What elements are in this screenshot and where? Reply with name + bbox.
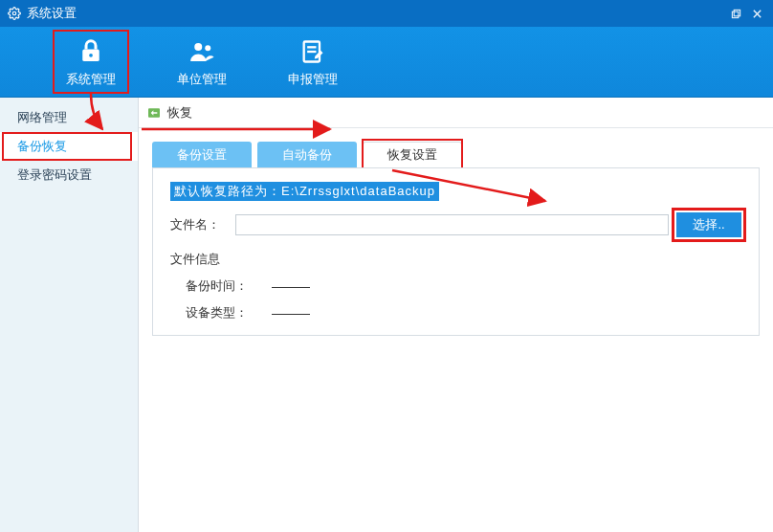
sidebar: 网络管理 备份恢复 登录密码设置 bbox=[0, 98, 139, 532]
sidebar-item-backup-restore[interactable]: 备份恢复 bbox=[0, 132, 138, 161]
form-edit-icon bbox=[298, 36, 328, 67]
toolbar-item-organization[interactable]: 单位管理 bbox=[164, 27, 240, 97]
backup-time-value bbox=[272, 287, 310, 288]
toolbar-item-label: 系统管理 bbox=[66, 71, 116, 88]
svg-point-8 bbox=[205, 45, 210, 51]
gear-icon bbox=[8, 7, 21, 20]
toolbar-item-label: 单位管理 bbox=[177, 71, 227, 88]
file-name-label: 文件名： bbox=[170, 216, 228, 233]
sidebar-item-password[interactable]: 登录密码设置 bbox=[0, 161, 138, 189]
tab-label: 自动备份 bbox=[282, 146, 332, 164]
restore-icon bbox=[146, 105, 162, 121]
close-window-button[interactable] bbox=[746, 4, 767, 23]
content-area: 恢复 备份设置 自动备份 恢复设置 默认恢复路径为：E:\Zrrssglxt\d… bbox=[139, 98, 773, 532]
tab-backup-settings[interactable]: 备份设置 bbox=[152, 142, 252, 168]
main-toolbar: 系统管理 单位管理 申报管理 bbox=[0, 27, 773, 98]
tab-auto-backup[interactable]: 自动备份 bbox=[257, 142, 357, 168]
sidebar-item-network[interactable]: 网络管理 bbox=[0, 103, 138, 132]
tab-row: 备份设置 自动备份 恢复设置 bbox=[139, 128, 773, 168]
device-type-value bbox=[272, 314, 310, 315]
toolbar-item-label: 申报管理 bbox=[288, 71, 338, 88]
device-type-label: 设备类型： bbox=[186, 304, 272, 321]
tab-restore-settings[interactable]: 恢复设置 bbox=[363, 142, 462, 168]
sidebar-item-label: 登录密码设置 bbox=[17, 166, 92, 184]
page-title: 恢复 bbox=[167, 104, 192, 122]
svg-point-0 bbox=[12, 11, 16, 15]
svg-rect-2 bbox=[734, 10, 740, 15]
restore-window-button[interactable] bbox=[725, 4, 746, 23]
toolbar-item-declaration[interactable]: 申报管理 bbox=[275, 27, 351, 97]
choose-file-button[interactable]: 选择.. bbox=[676, 212, 741, 237]
tab-label: 恢复设置 bbox=[387, 146, 437, 164]
svg-point-6 bbox=[89, 53, 93, 56]
page-header: 恢复 bbox=[139, 98, 773, 128]
tab-label: 备份设置 bbox=[177, 146, 227, 164]
device-type-row: 设备类型： bbox=[170, 304, 741, 321]
file-name-row: 文件名： 选择.. bbox=[170, 212, 741, 237]
restore-panel: 默认恢复路径为：E:\Zrrssglxt\dataBackup 文件名： 选择.… bbox=[152, 167, 760, 336]
toolbar-item-system[interactable]: 系统管理 bbox=[53, 27, 129, 97]
sidebar-item-label: 备份恢复 bbox=[17, 138, 67, 155]
file-info-title: 文件信息 bbox=[170, 251, 741, 268]
backup-time-label: 备份时间： bbox=[186, 277, 272, 295]
default-path-notice: 默认恢复路径为：E:\Zrrssglxt\dataBackup bbox=[170, 182, 439, 201]
svg-rect-1 bbox=[732, 11, 738, 17]
title-bar: 系统设置 bbox=[0, 0, 773, 27]
lock-icon bbox=[76, 36, 106, 67]
window-title: 系统设置 bbox=[27, 5, 725, 22]
sidebar-item-label: 网络管理 bbox=[17, 109, 67, 126]
choose-file-label: 选择.. bbox=[693, 216, 724, 233]
file-name-input[interactable] bbox=[235, 214, 669, 235]
backup-time-row: 备份时间： bbox=[170, 277, 741, 295]
users-icon bbox=[187, 36, 217, 67]
svg-point-7 bbox=[194, 43, 202, 51]
